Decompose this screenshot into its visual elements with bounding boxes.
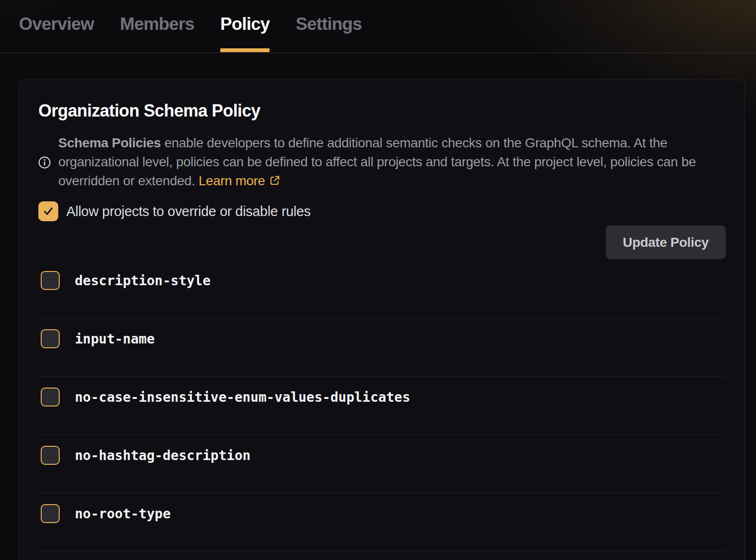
- policy-description-lead: Schema Policies: [58, 135, 161, 150]
- allow-override-checkbox[interactable]: [38, 201, 58, 221]
- policy-rule-row: description-style: [38, 260, 726, 318]
- policy-rule-row: no-case-insensitive-enum-values-duplicat…: [38, 377, 726, 435]
- tab[interactable]: Members: [120, 0, 194, 53]
- tab[interactable]: Overview: [19, 0, 94, 53]
- allow-override-row: Allow projects to override or disable ru…: [38, 201, 726, 221]
- rule-checkbox[interactable]: [41, 446, 60, 465]
- page-title: Organization Schema Policy: [38, 101, 726, 121]
- policy-rule-row: input-name: [38, 318, 726, 377]
- rule-checkbox[interactable]: [41, 504, 60, 523]
- rule-name[interactable]: no-root-type: [75, 506, 171, 522]
- tab-label: Members: [120, 14, 194, 39]
- rule-name[interactable]: description-style: [75, 273, 211, 289]
- rule-name[interactable]: input-name: [75, 331, 155, 347]
- learn-more-link[interactable]: Learn more: [198, 173, 265, 188]
- rule-name[interactable]: no-hashtag-description: [75, 448, 251, 463]
- active-tab-underline: [220, 48, 270, 52]
- rule-checkbox[interactable]: [41, 329, 60, 348]
- policy-description: Schema Policies enable developers to def…: [58, 134, 711, 191]
- update-policy-button[interactable]: Update Policy: [606, 226, 726, 259]
- tab[interactable]: Settings: [296, 0, 362, 53]
- info-icon: [38, 156, 51, 169]
- tab-label: Settings: [296, 14, 362, 39]
- rule-checkbox[interactable]: [41, 388, 60, 406]
- tab-label: Overview: [19, 14, 94, 39]
- tab[interactable]: Policy: [220, 0, 270, 53]
- actions-row: Update Policy: [38, 226, 726, 259]
- rule-name[interactable]: no-case-insensitive-enum-values-duplicat…: [75, 389, 410, 405]
- org-tabbar: Overview Members Policy Settings: [0, 0, 756, 53]
- policy-info-callout: Schema Policies enable developers to def…: [38, 134, 726, 191]
- external-link-icon[interactable]: [269, 172, 280, 191]
- rule-checkbox[interactable]: [41, 271, 60, 290]
- policy-rules-list: description-style input-name no-case-ins…: [38, 260, 726, 551]
- tab-label: Policy: [220, 14, 270, 39]
- policy-rule-row: no-hashtag-description: [38, 435, 726, 493]
- policy-rule-row: no-root-type: [38, 493, 726, 551]
- allow-override-label[interactable]: Allow projects to override or disable ru…: [66, 204, 311, 219]
- schema-policy-card: Organization Schema Policy Schema Polici…: [19, 80, 745, 560]
